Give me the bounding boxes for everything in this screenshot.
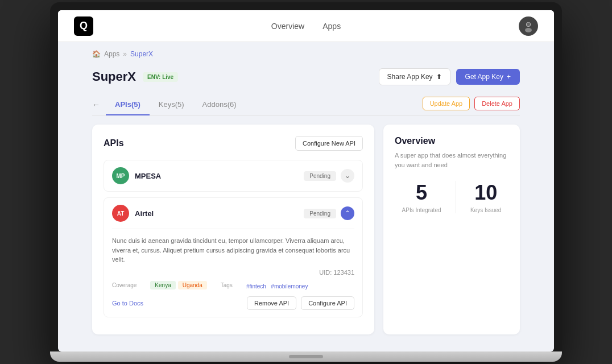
- tab-addons[interactable]: Addons(6): [193, 94, 246, 115]
- stat-keys-number: 10: [470, 181, 501, 205]
- api-item-mpesa-left: MP MPESA: [112, 167, 161, 184]
- get-app-key-button[interactable]: Get App Key +: [456, 69, 520, 85]
- tab-apis[interactable]: APIs(5): [106, 94, 150, 115]
- tab-keys[interactable]: Keys(5): [150, 94, 193, 115]
- env-badge: ENV: Live: [143, 72, 178, 82]
- app-header-actions: Share App Key ⬆ Get App Key +: [379, 68, 520, 85]
- logo[interactable]: Q: [74, 16, 93, 36]
- apis-panel: APIs Configure New API MP MPESA Pending: [92, 125, 374, 334]
- overview-title: Overview: [395, 136, 508, 146]
- share-app-key-button[interactable]: Share App Key ⬆: [379, 68, 450, 85]
- mpesa-name: MPESA: [135, 172, 161, 180]
- coverage-label: Coverage: [112, 282, 137, 288]
- nav-apps[interactable]: Apps: [322, 22, 341, 31]
- api-item-airtel-right: Pending ⌃: [304, 206, 354, 220]
- update-app-button[interactable]: Update App: [423, 97, 470, 110]
- breadcrumb-apps[interactable]: Apps: [104, 50, 119, 58]
- mpesa-status-badge: Pending: [304, 171, 336, 181]
- delete-app-button[interactable]: Delete App: [474, 97, 520, 110]
- breadcrumb-separator: »: [123, 50, 127, 58]
- mpesa-expand-button[interactable]: ⌄: [341, 169, 354, 183]
- tag-mobilemoney: #mobilemoney: [271, 283, 308, 289]
- svg-point-1: [525, 28, 532, 32]
- stat-divider: [456, 181, 456, 213]
- tabs-right: Update App Delete App: [423, 97, 520, 110]
- share-icon: ⬆: [436, 73, 442, 81]
- mpesa-avatar: MP: [112, 167, 129, 184]
- plus-icon: +: [507, 73, 511, 81]
- go-to-docs-link[interactable]: Go to Docs: [112, 300, 143, 307]
- navbar: Q Overview Apps: [58, 10, 554, 42]
- apis-panel-title: APIs: [104, 138, 124, 148]
- airtel-collapse-button[interactable]: ⌃: [341, 206, 354, 220]
- api-item-airtel-header: AT Airtel Pending ⌃: [112, 205, 354, 222]
- configure-new-api-button[interactable]: Configure New API: [295, 136, 363, 151]
- api-item-airtel-left: AT Airtel: [112, 205, 154, 222]
- stat-keys-label: Keys Issued: [470, 207, 501, 213]
- coverage-uganda: Uganda: [178, 281, 207, 289]
- nav-links: Overview Apps: [271, 22, 341, 31]
- configure-api-button[interactable]: Configure API: [301, 296, 354, 310]
- coverage-tags: Kenya Uganda: [150, 281, 206, 289]
- api-item-mpesa-header: MP MPESA Pending ⌄: [112, 167, 354, 184]
- api-tags: #fintech #mobilemoney: [246, 280, 311, 291]
- stat-apis: 5 APIs Integrated: [402, 181, 441, 213]
- app-header: SuperX ENV: Live Share App Key ⬆ Get App…: [92, 68, 520, 85]
- api-item-mpesa: MP MPESA Pending ⌄: [104, 160, 363, 192]
- tab-left-arrow[interactable]: ←: [92, 100, 100, 109]
- airtel-description: Nunc duis id aenean gravida tincidunt eu…: [112, 236, 354, 264]
- tag-fintech: #fintech: [246, 283, 266, 289]
- overview-description: A super app that does almost everything …: [395, 151, 508, 169]
- airtel-status-badge: Pending: [304, 209, 336, 218]
- coverage-kenya: Kenya: [150, 281, 175, 289]
- airtel-avatar: AT: [112, 205, 129, 222]
- airtel-meta-row: Coverage Kenya Uganda Tags #fintech #mob…: [112, 280, 354, 291]
- nav-overview[interactable]: Overview: [271, 22, 304, 31]
- overview-panel: Overview A super app that does almost ev…: [383, 125, 520, 334]
- stat-apis-label: APIs Integrated: [402, 207, 441, 213]
- home-icon: 🏠: [92, 50, 101, 58]
- app-title-area: SuperX ENV: Live: [92, 69, 178, 84]
- airtel-actions: Go to Docs Remove API Configure API: [112, 296, 354, 310]
- avatar[interactable]: [519, 16, 538, 36]
- airtel-uid: UID: 123431: [112, 269, 354, 276]
- app-title: SuperX: [92, 69, 136, 84]
- tabs-left: ← APIs(5) Keys(5) Addons(6): [92, 94, 246, 115]
- airtel-name: Airtel: [135, 209, 154, 218]
- api-item-airtel: AT Airtel Pending ⌃ Nunc duis id aenean …: [104, 197, 363, 317]
- api-action-buttons: Remove API Configure API: [247, 296, 354, 310]
- api-item-mpesa-right: Pending ⌄: [304, 169, 354, 183]
- apis-panel-header: APIs Configure New API: [104, 136, 363, 151]
- main-grid: APIs Configure New API MP MPESA Pending: [92, 125, 520, 334]
- breadcrumb: 🏠 Apps » SuperX: [92, 50, 520, 58]
- tags-label: Tags: [221, 282, 233, 288]
- stat-keys: 10 Keys Issued: [470, 181, 501, 213]
- stat-apis-number: 5: [402, 181, 441, 205]
- airtel-detail: Nunc duis id aenean gravida tincidunt eu…: [112, 229, 354, 310]
- breadcrumb-current: SuperX: [130, 50, 153, 58]
- remove-api-button[interactable]: Remove API: [247, 296, 296, 310]
- overview-stats: 5 APIs Integrated 10 Keys Issued: [395, 181, 508, 213]
- tabs-row: ← APIs(5) Keys(5) Addons(6) Update App D…: [92, 94, 520, 115]
